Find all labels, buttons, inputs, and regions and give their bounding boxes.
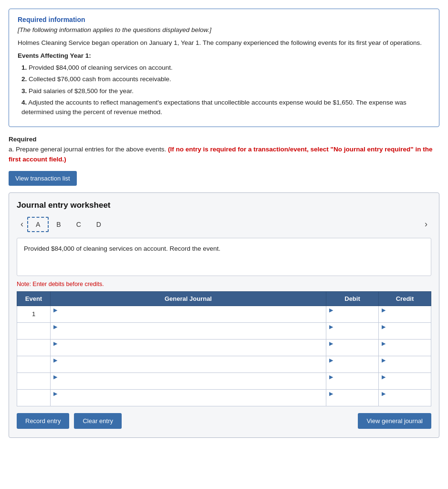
credit-input[interactable] — [382, 330, 428, 339]
view-transaction-button[interactable]: View transaction list — [9, 171, 77, 186]
journal-cell[interactable]: ▶ — [51, 356, 326, 372]
required-section: Required a. Prepare general journal entr… — [9, 136, 439, 164]
dropdown-arrow-icon: ▶ — [329, 357, 333, 363]
event-cell — [17, 389, 51, 406]
events-list: 1. Provided $84,000 of cleaning services… — [18, 63, 430, 117]
debit-cell[interactable]: ▶ — [326, 389, 379, 406]
debit-input[interactable] — [329, 363, 375, 372]
dropdown-arrow-icon: ▶ — [382, 357, 385, 363]
debit-cell[interactable]: ▶ — [326, 372, 379, 389]
debit-input[interactable] — [329, 330, 375, 339]
debit-input[interactable] — [329, 347, 375, 356]
credit-input[interactable] — [382, 397, 428, 406]
journal-cell[interactable]: ▶ — [51, 339, 326, 356]
journal-cell[interactable]: ▶ — [51, 372, 326, 389]
event-description-text: Provided $84,000 of cleaning services on… — [24, 245, 220, 252]
event-cell: 1 — [17, 306, 51, 322]
dropdown-arrow-icon: ▶ — [382, 307, 385, 313]
list-item: 1. Provided $84,000 of cleaning services… — [21, 63, 430, 73]
note-text: Note: Enter debits before credits. — [17, 281, 431, 287]
view-general-journal-button[interactable]: View general journal — [358, 413, 431, 429]
journal-input[interactable] — [53, 330, 323, 339]
credit-cell[interactable]: ▶ — [379, 322, 431, 339]
event-num: 4. — [21, 99, 27, 106]
credit-cell[interactable]: ▶ — [379, 339, 431, 356]
required-instruction: a. Prepare general journal entries for t… — [9, 145, 439, 164]
nav-left-arrow[interactable]: ‹ — [17, 218, 27, 230]
credit-cell[interactable]: ▶ — [379, 372, 431, 389]
list-item: 4. Adjusted the accounts to reflect mana… — [21, 98, 430, 117]
table-row: 1 ▶ ▶ ▶ — [17, 306, 431, 322]
col-header-event: Event — [17, 291, 51, 306]
table-row: ▶ ▶ ▶ — [17, 339, 431, 356]
col-header-general-journal: General Journal — [51, 291, 326, 306]
dropdown-arrow-icon: ▶ — [382, 324, 385, 330]
info-box: Required information [The following info… — [9, 9, 439, 127]
event-num: 3. — [21, 87, 27, 95]
event-cell — [17, 356, 51, 372]
col-header-credit: Credit — [379, 291, 431, 306]
dropdown-arrow-icon: ▶ — [329, 307, 333, 313]
italic-note: [The following information applies to th… — [18, 26, 430, 33]
dropdown-arrow-icon: ▶ — [329, 374, 333, 380]
dropdown-arrow-icon: ▶ — [382, 391, 385, 396]
journal-input[interactable] — [53, 380, 323, 389]
journal-worksheet-container: Journal entry worksheet ‹ A B C D › Prov… — [9, 192, 439, 438]
tab-a[interactable]: A — [27, 217, 49, 232]
tab-d[interactable]: D — [89, 218, 109, 231]
event-num: 1. — [21, 64, 27, 71]
credit-input[interactable] — [382, 380, 428, 389]
journal-cell[interactable]: ▶ — [51, 306, 326, 322]
col-header-debit: Debit — [326, 291, 379, 306]
debit-cell[interactable]: ▶ — [326, 306, 379, 322]
tab-b[interactable]: B — [49, 218, 68, 231]
instruction-plain: a. Prepare general journal entries for t… — [9, 146, 168, 153]
bottom-buttons: Record entry Clear entry View general jo… — [17, 413, 431, 429]
tab-c[interactable]: C — [69, 218, 89, 231]
dropdown-arrow-icon: ▶ — [53, 340, 57, 346]
dropdown-arrow-icon: ▶ — [382, 374, 385, 380]
events-title: Events Affecting Year 1: — [18, 52, 430, 59]
journal-cell[interactable]: ▶ — [51, 389, 326, 406]
event-description-box: Provided $84,000 of cleaning services on… — [17, 238, 431, 276]
journal-cell[interactable]: ▶ — [51, 322, 326, 339]
journal-input[interactable] — [53, 347, 323, 356]
tab-navigation: ‹ A B C D › — [17, 217, 431, 232]
dropdown-arrow-icon: ▶ — [53, 374, 57, 380]
debit-input[interactable] — [329, 397, 375, 406]
event-cell — [17, 339, 51, 356]
list-item: 3. Paid salaries of $28,500 for the year… — [21, 86, 430, 96]
intro-text: Holmes Cleaning Service began operation … — [18, 39, 430, 46]
debit-input[interactable] — [329, 380, 375, 389]
dropdown-arrow-icon: ▶ — [53, 307, 57, 313]
credit-cell[interactable]: ▶ — [379, 356, 431, 372]
credit-cell[interactable]: ▶ — [379, 306, 431, 322]
dropdown-arrow-icon: ▶ — [329, 340, 333, 346]
journal-input[interactable] — [53, 313, 323, 322]
credit-input[interactable] — [382, 363, 428, 372]
journal-table: Event General Journal Debit Credit 1 ▶ ▶ — [17, 291, 431, 406]
credit-input[interactable] — [382, 347, 428, 356]
debit-cell[interactable]: ▶ — [326, 356, 379, 372]
dropdown-arrow-icon: ▶ — [382, 340, 385, 346]
credit-cell[interactable]: ▶ — [379, 389, 431, 406]
clear-entry-button[interactable]: Clear entry — [74, 413, 122, 429]
dropdown-arrow-icon: ▶ — [53, 391, 57, 396]
dropdown-arrow-icon: ▶ — [329, 391, 333, 396]
dropdown-arrow-icon: ▶ — [53, 324, 57, 330]
required-info-title: Required information — [18, 16, 430, 23]
nav-right-arrow[interactable]: › — [421, 218, 431, 230]
credit-input[interactable] — [382, 313, 428, 322]
dropdown-arrow-icon: ▶ — [329, 324, 333, 330]
table-row: ▶ ▶ ▶ — [17, 356, 431, 372]
worksheet-title: Journal entry worksheet — [17, 201, 431, 210]
event-cell — [17, 322, 51, 339]
debit-input[interactable] — [329, 313, 375, 322]
record-entry-button[interactable]: Record entry — [17, 413, 69, 429]
debit-cell[interactable]: ▶ — [326, 322, 379, 339]
journal-input[interactable] — [53, 363, 323, 372]
debit-cell[interactable]: ▶ — [326, 339, 379, 356]
journal-input[interactable] — [53, 397, 323, 406]
table-row: ▶ ▶ ▶ — [17, 322, 431, 339]
list-item: 2. Collected $76,000 cash from accounts … — [21, 74, 430, 84]
